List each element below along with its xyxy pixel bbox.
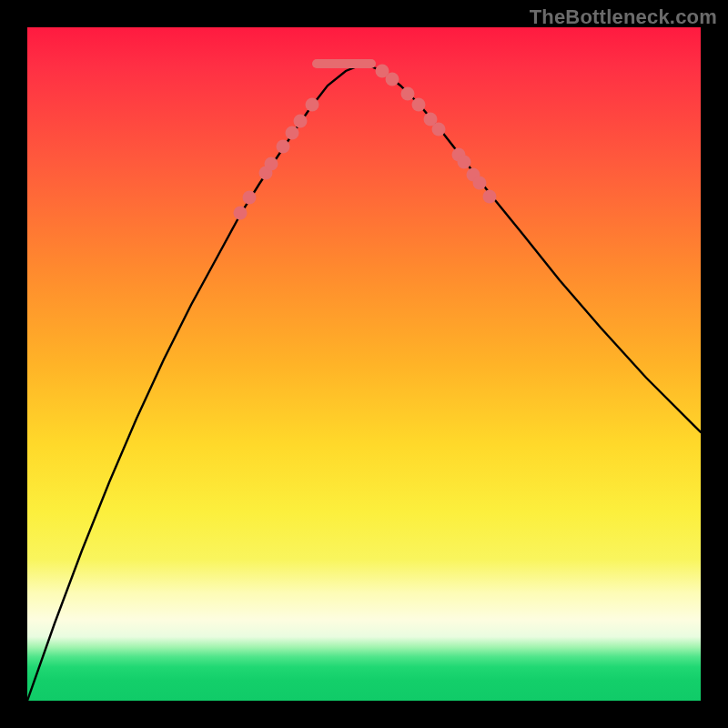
marker-dot: [432, 123, 446, 136]
marker-dot: [286, 126, 299, 140]
marker-dots-right: [376, 65, 497, 204]
plot-area: [27, 27, 701, 701]
curve-group: [27, 64, 701, 701]
marker-dot: [473, 177, 487, 190]
marker-dot: [386, 73, 399, 86]
marker-dot: [234, 207, 248, 220]
marker-dot: [306, 98, 319, 112]
marker-dot: [294, 115, 308, 128]
marker-dot: [412, 98, 426, 112]
marker-dot: [243, 191, 257, 205]
marker-dot: [277, 140, 290, 154]
chart-frame: TheBottleneck.com: [0, 0, 728, 728]
marker-dot: [265, 157, 278, 171]
marker-dot: [483, 190, 497, 204]
bottleneck-curve: [27, 64, 701, 701]
marker-dot: [458, 156, 471, 169]
marker-dot: [401, 87, 415, 101]
curve-svg: [27, 27, 701, 701]
watermark-text: TheBottleneck.com: [530, 5, 717, 29]
